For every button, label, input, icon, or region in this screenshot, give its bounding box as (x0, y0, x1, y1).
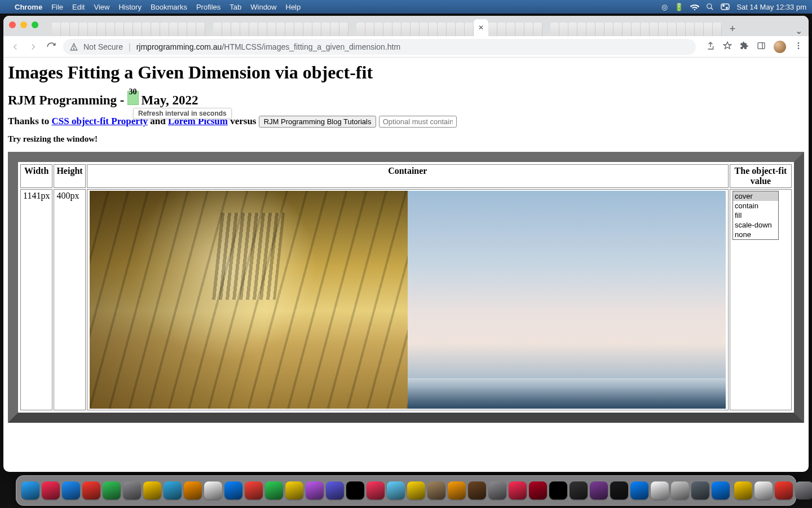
dock-app[interactable] (610, 481, 628, 500)
menu-tab[interactable]: Tab (230, 3, 241, 11)
background-tab[interactable] (497, 23, 506, 36)
background-tab[interactable] (686, 23, 695, 36)
background-tab[interactable] (704, 23, 713, 36)
background-tab[interactable] (285, 23, 294, 36)
dock-app[interactable] (326, 481, 344, 500)
background-tab[interactable] (429, 23, 438, 36)
close-tab-icon[interactable]: ✕ (478, 24, 484, 32)
background-tab[interactable] (550, 23, 559, 36)
background-tab[interactable] (97, 23, 106, 36)
sidepanel-icon[interactable] (757, 41, 766, 52)
background-tab[interactable] (641, 23, 650, 36)
dock-app[interactable] (488, 481, 506, 500)
dock-app[interactable] (82, 481, 100, 500)
background-tab[interactable] (559, 23, 568, 36)
dock-app[interactable] (387, 481, 405, 500)
dock-app[interactable] (549, 481, 567, 500)
control-center-icon[interactable] (721, 3, 730, 10)
menu-help[interactable]: Help (286, 3, 301, 11)
background-tab[interactable] (447, 23, 456, 36)
background-tab[interactable] (258, 23, 267, 36)
background-tab[interactable] (231, 23, 240, 36)
battery-icon[interactable]: 🔋 (674, 3, 683, 11)
background-tab[interactable] (411, 23, 420, 36)
dock-app[interactable] (651, 481, 669, 500)
background-tab[interactable] (595, 23, 604, 36)
background-tab[interactable] (294, 23, 303, 36)
objectfit-option-contain[interactable]: contain (733, 201, 778, 211)
background-tab[interactable] (160, 23, 169, 36)
dock-app[interactable] (306, 481, 324, 500)
background-tab[interactable] (465, 23, 474, 36)
background-tab[interactable] (356, 23, 365, 36)
fullscreen-window-button[interactable] (32, 21, 38, 28)
dock-app[interactable] (691, 481, 709, 500)
background-tab[interactable] (79, 23, 88, 36)
background-tab[interactable] (321, 23, 330, 36)
dock-app[interactable] (346, 481, 364, 500)
share-icon[interactable] (706, 41, 715, 52)
background-tab[interactable] (438, 23, 447, 36)
optional-contain-input[interactable] (379, 116, 457, 128)
background-tab[interactable] (515, 23, 524, 36)
background-tab[interactable] (365, 23, 374, 36)
background-tab[interactable] (713, 23, 722, 36)
background-tab[interactable] (339, 23, 348, 36)
forward-button[interactable] (27, 41, 39, 53)
dock-app[interactable] (143, 481, 161, 500)
objectfit-select[interactable]: covercontainfillscale-downnone (732, 191, 779, 240)
active-tab[interactable]: ✕ (474, 19, 488, 36)
background-tab[interactable] (568, 23, 577, 36)
dock-app[interactable] (775, 481, 793, 500)
dock-app[interactable] (448, 481, 466, 500)
background-tab[interactable] (115, 23, 124, 36)
background-tab[interactable] (524, 23, 533, 36)
background-tab[interactable] (142, 23, 151, 36)
dock-app[interactable] (570, 481, 588, 500)
background-tab[interactable] (392, 23, 401, 36)
dock-app[interactable] (285, 481, 303, 500)
background-tab[interactable] (124, 23, 133, 36)
spotlight-icon[interactable] (706, 3, 714, 11)
dock-app[interactable] (62, 481, 80, 500)
background-tab[interactable] (312, 23, 321, 36)
dock-app[interactable] (164, 481, 182, 500)
address-bar[interactable]: Not Secure | rjmprogramming.com.au/HTMLC… (63, 39, 696, 55)
background-tab[interactable] (276, 23, 285, 36)
dock-app[interactable] (427, 481, 445, 500)
background-tab[interactable] (133, 23, 142, 36)
dock-app[interactable] (407, 481, 425, 500)
chrome-menu-icon[interactable] (794, 41, 803, 52)
refresh-interval-chip[interactable]: 30 (127, 91, 139, 105)
background-tab[interactable] (249, 23, 258, 36)
close-window-button[interactable] (9, 21, 16, 28)
menu-view[interactable]: View (94, 3, 109, 11)
objectfit-option-cover[interactable]: cover (733, 191, 778, 201)
screen-record-icon[interactable]: ◎ (661, 3, 668, 11)
menubar-app[interactable]: Chrome (15, 3, 42, 11)
objectfit-option-none[interactable]: none (733, 230, 778, 239)
background-tab[interactable] (222, 23, 231, 36)
background-tab[interactable] (240, 23, 249, 36)
background-tab[interactable] (330, 23, 339, 36)
background-tab[interactable] (52, 23, 61, 36)
background-tab[interactable] (586, 23, 595, 36)
background-tab[interactable] (420, 23, 429, 36)
dock-app[interactable] (184, 481, 202, 500)
minimize-window-button[interactable] (20, 21, 27, 28)
background-tab[interactable] (677, 23, 686, 36)
background-tab[interactable] (401, 23, 411, 36)
background-tab[interactable] (632, 23, 641, 36)
background-tab[interactable] (604, 23, 614, 36)
background-tab[interactable] (456, 23, 465, 36)
menu-bookmarks[interactable]: Bookmarks (151, 3, 187, 11)
dock-app[interactable] (103, 481, 121, 500)
menu-window[interactable]: Window (250, 3, 276, 11)
dock-app[interactable] (795, 481, 812, 500)
back-button[interactable] (9, 41, 21, 53)
dock-app[interactable] (265, 481, 283, 500)
dock-app[interactable] (734, 481, 752, 500)
background-tab[interactable] (650, 23, 659, 36)
dock-app[interactable] (468, 481, 486, 500)
background-tab[interactable] (659, 23, 668, 36)
